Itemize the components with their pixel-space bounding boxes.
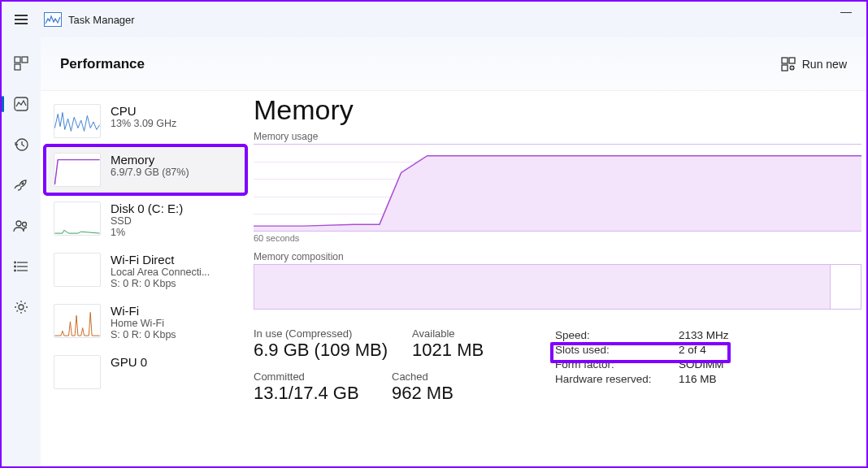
nav-users[interactable] xyxy=(11,216,31,236)
svg-point-13 xyxy=(15,266,16,267)
sidebar-item-label: Disk 0 (C: E:) xyxy=(111,202,241,215)
nav-history[interactable] xyxy=(11,135,31,154)
svg-rect-18 xyxy=(782,65,788,71)
svg-rect-2 xyxy=(22,57,28,63)
svg-rect-17 xyxy=(789,58,795,63)
svg-point-14 xyxy=(15,270,16,271)
kv-slots-used: Slots used:2 of 4 xyxy=(555,344,736,356)
run-new-label: Run new xyxy=(802,58,847,71)
disk-thumbnail xyxy=(54,202,101,236)
sidebar-item-label: CPU xyxy=(111,104,241,118)
stat-committed: Committed 13.1/17.4 GB xyxy=(254,370,367,404)
stat-available: Available 1021 MB xyxy=(412,327,526,361)
sidebar-item-gpu0[interactable]: GPU 0 xyxy=(46,349,245,396)
stat-cached: Cached 962 MB xyxy=(392,370,506,404)
app-icon xyxy=(44,12,62,27)
hamburger-menu[interactable] xyxy=(2,2,41,37)
cpu-thumbnail xyxy=(54,104,101,138)
composition-label: Memory composition xyxy=(254,251,861,262)
detail-pane: Memory Memory usage 60 seconds Memory co… xyxy=(250,91,866,466)
svg-point-6 xyxy=(22,183,24,184)
svg-point-7 xyxy=(16,221,21,226)
sidebar-item-label: Memory xyxy=(111,153,241,167)
kv-form-factor: Form factor:SODIMM xyxy=(555,358,736,370)
titlebar: Task Manager xyxy=(2,2,866,37)
memory-composition-chart xyxy=(254,264,861,310)
sidebar-item-memory[interactable]: Memory 6.9/7.9 GB (87%) xyxy=(46,146,245,193)
memory-details-list: Speed:2133 MHz Slots used:2 of 4 Form fa… xyxy=(555,327,736,404)
sidebar-item-cpu[interactable]: CPU 13% 3.09 GHz xyxy=(46,98,245,145)
usage-axis-label: 60 seconds xyxy=(254,233,861,243)
nav-rail xyxy=(2,37,41,466)
sidebar-item-label: GPU 0 xyxy=(111,355,241,369)
sidebar-item-disk0[interactable]: Disk 0 (C: E:) SSD 1% xyxy=(46,195,245,245)
wifi-thumbnail xyxy=(54,304,101,338)
sidebar-item-wifi[interactable]: Wi-Fi Home Wi-Fi S: 0 R: 0 Kbps xyxy=(46,297,245,347)
svg-rect-1 xyxy=(15,57,20,63)
memory-usage-chart xyxy=(254,144,861,232)
nav-processes[interactable] xyxy=(11,54,31,73)
svg-point-12 xyxy=(15,262,16,263)
perf-sidebar: CPU 13% 3.09 GHz Memory 6.9/7.9 GB (87%)… xyxy=(41,91,250,466)
sidebar-item-label: Wi-Fi xyxy=(111,304,241,318)
kv-speed: Speed:2133 MHz xyxy=(555,329,736,341)
sidebar-item-wifi-direct[interactable]: Wi-Fi Direct Local Area Connecti... S: 0… xyxy=(46,246,245,296)
window-minimize-button[interactable] xyxy=(840,11,852,13)
wifi-direct-thumbnail xyxy=(54,253,101,287)
memory-stats: In use (Compressed) 6.9 GB (109 MB) Avai… xyxy=(254,327,861,404)
page-header: Performance Run new xyxy=(41,37,866,91)
memory-thumbnail xyxy=(54,153,101,187)
svg-rect-3 xyxy=(15,64,20,70)
nav-services[interactable] xyxy=(11,297,31,317)
nav-startup[interactable] xyxy=(11,176,31,195)
page-title: Performance xyxy=(60,56,145,72)
sidebar-item-label: Wi-Fi Direct xyxy=(111,253,241,266)
stat-in-use: In use (Compressed) 6.9 GB (109 MB) xyxy=(254,327,388,361)
kv-hardware-reserved: Hardware reserved:116 MB xyxy=(555,373,736,385)
nav-performance[interactable] xyxy=(11,94,31,114)
gpu-thumbnail xyxy=(54,355,101,389)
usage-chart-label: Memory usage xyxy=(254,131,861,142)
run-new-task-button[interactable]: Run new xyxy=(781,57,847,72)
svg-point-15 xyxy=(19,305,24,310)
svg-point-8 xyxy=(23,223,27,227)
detail-title: Memory xyxy=(254,94,861,126)
nav-details[interactable] xyxy=(11,257,31,276)
svg-rect-16 xyxy=(782,58,788,63)
run-new-icon xyxy=(781,57,796,72)
app-title: Task Manager xyxy=(68,14,135,26)
